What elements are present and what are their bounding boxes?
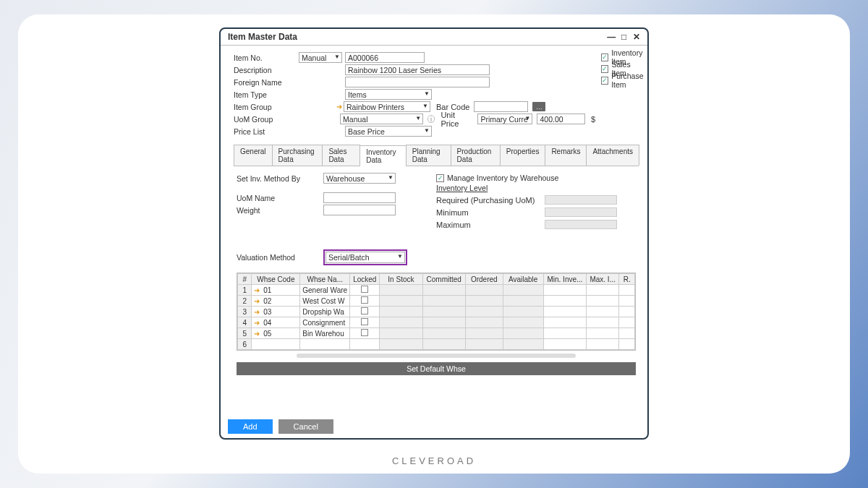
cell-locked[interactable] <box>350 317 380 328</box>
maximum-input[interactable] <box>545 220 617 229</box>
cell-whse-name[interactable]: General Ware <box>300 285 350 296</box>
description-input[interactable]: Rainbow 1200 Laser Series <box>345 64 490 75</box>
cell-max-inv[interactable] <box>587 285 619 296</box>
tab-sales-data[interactable]: Sales Data <box>322 145 360 166</box>
tab-planning-data[interactable]: Planning Data <box>406 145 451 166</box>
link-arrow-icon[interactable]: ➜ <box>254 286 260 294</box>
add-button[interactable]: Add <box>228 419 273 434</box>
weight-input[interactable] <box>323 205 396 215</box>
cell-locked[interactable] <box>350 285 380 296</box>
info-icon[interactable]: i <box>427 115 435 123</box>
price-list-select[interactable]: Base Price▼ <box>345 126 432 137</box>
cell-r[interactable] <box>619 307 635 317</box>
cell-max-inv[interactable] <box>587 328 619 339</box>
table-row[interactable]: 2➜ 02West Cost W <box>238 296 635 307</box>
locked-checkbox[interactable] <box>361 329 368 336</box>
col-whse-name[interactable]: Whse Na... <box>300 274 350 285</box>
minimize-icon[interactable]: — <box>606 32 616 42</box>
item-group-select[interactable]: Rainbow Printers▼ <box>344 101 430 112</box>
cell-r[interactable] <box>619 285 635 296</box>
cell-whse-code[interactable]: ➜ 01 <box>252 285 300 296</box>
cell-locked[interactable] <box>350 339 380 350</box>
minimum-input[interactable] <box>545 207 617 217</box>
link-arrow-icon[interactable]: ➜ <box>254 297 260 305</box>
warehouse-grid[interactable]: # Whse Code Whse Na... Locked In Stock C… <box>237 273 636 351</box>
col-available[interactable]: Available <box>503 274 543 285</box>
cancel-button[interactable]: Cancel <box>278 419 333 434</box>
cell-max-inv[interactable] <box>587 307 619 317</box>
cell-max-inv[interactable] <box>587 296 619 307</box>
valuation-method-select[interactable]: Serial/Batch▼ <box>326 252 405 263</box>
tab-properties[interactable]: Properties <box>500 145 546 166</box>
cell-locked[interactable] <box>350 307 380 317</box>
cell-min-inv[interactable] <box>543 328 586 339</box>
uom-group-select[interactable]: Manual▼ <box>340 114 423 124</box>
tab-remarks[interactable]: Remarks <box>545 145 587 166</box>
col-min-inv[interactable]: Min. Inve... <box>543 274 586 285</box>
cell-whse-code[interactable]: ➜ 02 <box>252 296 300 307</box>
manage-by-warehouse-checkbox[interactable]: ✓Manage Inventory by Warehouse <box>436 172 636 184</box>
cell-r[interactable] <box>619 339 635 350</box>
cell-whse-code[interactable]: ➜ 05 <box>252 328 300 339</box>
grid-scrollbar[interactable] <box>297 354 576 358</box>
link-arrow-icon[interactable]: ➜ <box>254 319 260 327</box>
cell-min-inv[interactable] <box>543 296 586 307</box>
table-row[interactable]: 3➜ 03Dropship Wa <box>238 307 635 317</box>
cell-whse-code[interactable]: ➜ 04 <box>252 317 300 328</box>
purchase-item-checkbox[interactable]: ✓Purchase Item <box>601 74 644 86</box>
set-inv-method-select[interactable]: Warehouse▼ <box>323 173 396 184</box>
cell-r[interactable] <box>619 296 635 307</box>
cell-min-inv[interactable] <box>543 339 586 350</box>
cell-max-inv[interactable] <box>587 317 619 328</box>
table-row[interactable]: 5➜ 05Bin Warehou <box>238 328 635 339</box>
cell-whse-name[interactable]: Bin Warehou <box>300 328 350 339</box>
required-input[interactable] <box>545 195 617 205</box>
cell-min-inv[interactable] <box>543 307 586 317</box>
uom-name-input[interactable] <box>323 192 396 203</box>
maximize-icon[interactable]: □ <box>619 32 629 42</box>
col-ordered[interactable]: Ordered <box>465 274 503 285</box>
col-num[interactable]: # <box>238 274 252 285</box>
tab-purchasing-data[interactable]: Purchasing Data <box>272 145 323 166</box>
foreign-name-input[interactable] <box>345 77 490 87</box>
locked-checkbox[interactable] <box>361 307 368 314</box>
col-whse-code[interactable]: Whse Code <box>252 274 300 285</box>
link-arrow-icon[interactable]: ➜ <box>254 330 260 338</box>
locked-checkbox[interactable] <box>361 296 368 304</box>
cell-locked[interactable] <box>350 328 380 339</box>
cell-locked[interactable] <box>350 296 380 307</box>
cell-min-inv[interactable] <box>543 285 586 296</box>
item-no-mode-select[interactable]: Manual▼ <box>299 52 342 63</box>
cell-whse-name[interactable] <box>300 339 350 350</box>
locked-checkbox[interactable] <box>361 286 368 293</box>
tab-production-data[interactable]: Production Data <box>451 145 501 166</box>
table-row[interactable]: 4➜ 04Consignment <box>238 317 635 328</box>
link-arrow-icon[interactable]: ➜ <box>336 103 342 111</box>
cell-whse-name[interactable]: Dropship Wa <box>300 307 350 317</box>
cell-r[interactable] <box>619 317 635 328</box>
unit-price-input[interactable]: 400.00 <box>537 114 585 124</box>
cell-whse-code[interactable]: ➜ 03 <box>252 307 300 317</box>
item-no-input[interactable]: A000066 <box>345 52 425 63</box>
currency-select[interactable]: Primary Curre▼ <box>477 114 532 124</box>
link-arrow-icon[interactable]: ➜ <box>254 308 260 316</box>
close-icon[interactable]: ✕ <box>631 32 642 42</box>
locked-checkbox[interactable] <box>361 318 368 325</box>
cell-max-inv[interactable] <box>587 339 619 350</box>
cell-whse-name[interactable]: West Cost W <box>300 296 350 307</box>
col-r[interactable]: R. <box>619 274 635 285</box>
table-row[interactable]: 6 <box>238 339 635 350</box>
tab-general[interactable]: General <box>234 145 273 166</box>
col-in-stock[interactable]: In Stock <box>380 274 422 285</box>
table-row[interactable]: 1➜ 01General Ware <box>238 285 635 296</box>
col-locked[interactable]: Locked <box>350 274 380 285</box>
tab-attachments[interactable]: Attachments <box>586 145 639 166</box>
cell-whse-name[interactable]: Consignment <box>300 317 350 328</box>
item-type-select[interactable]: Items▼ <box>345 89 432 100</box>
col-max-inv[interactable]: Max. I... <box>587 274 619 285</box>
set-default-whse-button[interactable]: Set Default Whse <box>237 362 636 375</box>
cell-r[interactable] <box>619 328 635 339</box>
col-committed[interactable]: Committed <box>422 274 465 285</box>
cell-whse-code[interactable] <box>252 339 300 350</box>
tab-inventory-data[interactable]: Inventory Data <box>359 145 406 166</box>
